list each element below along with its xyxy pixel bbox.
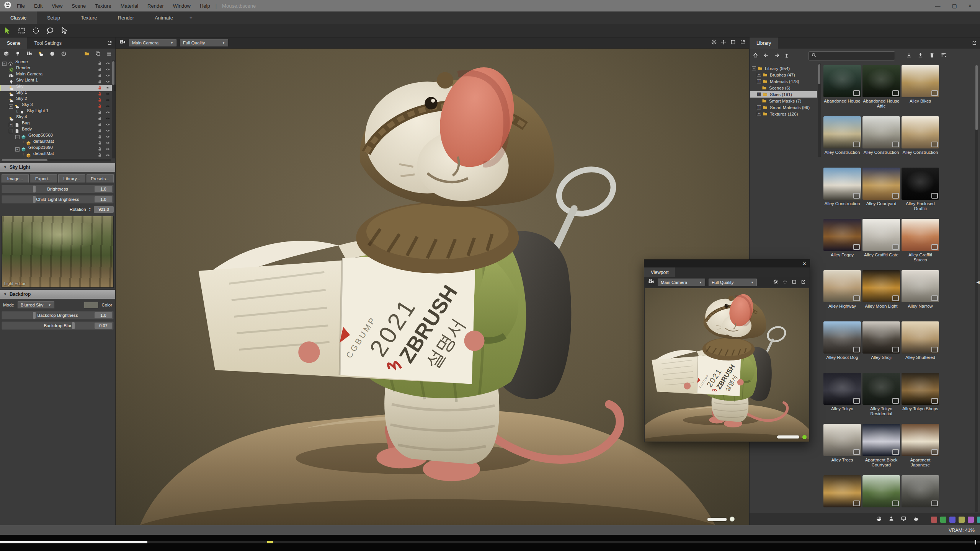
scene-tree-hscrollbar[interactable]	[1, 159, 111, 161]
add-palette-icon[interactable]	[61, 51, 67, 58]
menu-file[interactable]: File	[17, 3, 25, 9]
library-folder-scenes-6[interactable]: Scenes (6)	[750, 85, 817, 91]
scene-tree-scrollbar[interactable]	[112, 60, 115, 158]
thumbnail-checkbox[interactable]	[931, 347, 938, 352]
backdrop-header[interactable]: ▼ Backdrop	[0, 289, 115, 299]
monitor-icon[interactable]	[901, 516, 906, 523]
backdrop-brightness-slider[interactable]: Backdrop Brightness1.0	[2, 311, 114, 320]
thumbnail-checkbox[interactable]	[892, 500, 899, 506]
library-folder-skies-191[interactable]: +Skies (191)	[750, 91, 817, 98]
up-level-icon[interactable]	[785, 52, 791, 60]
lasso-icon[interactable]	[46, 26, 55, 35]
layout-tab-texture[interactable]: Texture	[70, 11, 108, 24]
library-item-alley-construction[interactable]: Alley Construction	[862, 116, 900, 160]
tag-color-swatch-1[interactable]	[940, 517, 946, 523]
visibility-icon[interactable]	[105, 91, 110, 97]
library-folder-brushes-47[interactable]: +Brushes (47)	[750, 72, 817, 78]
add-object-icon[interactable]	[3, 51, 9, 58]
polygon-select-icon[interactable]	[60, 26, 69, 35]
gear-icon[interactable]	[773, 279, 778, 286]
library-item-alley-tokyo-residential[interactable]: Alley Tokyo Residential	[862, 373, 900, 416]
floating-render-canvas[interactable]	[645, 288, 809, 442]
add-camera-icon[interactable]	[26, 51, 32, 58]
library-folder-smart-materials-99[interactable]: +Smart Materials (99)	[750, 104, 817, 111]
lock-icon[interactable]	[97, 67, 102, 73]
visibility-icon[interactable]	[105, 140, 110, 146]
thumbnail-checkbox[interactable]	[892, 244, 899, 250]
pan-icon[interactable]	[721, 39, 726, 46]
slider-handle[interactable]	[33, 186, 36, 192]
lock-icon[interactable]	[97, 153, 102, 158]
library-folder-materials-478[interactable]: +Materials (478)	[750, 78, 817, 85]
library-item-alley-tokyo-shops[interactable]: Alley Tokyo Shops	[902, 373, 939, 416]
library-item-abandoned-house-attic[interactable]: Abandoned House Attic	[862, 65, 900, 109]
library-grid-scrollbar[interactable]	[975, 65, 978, 512]
visibility-icon[interactable]	[105, 134, 110, 140]
library-item-alley-robot-dog[interactable]: Alley Robot Dog	[823, 321, 861, 365]
library-item-apartment-block-courtyard[interactable]: Apartment Block Courtyard	[862, 424, 900, 468]
visibility-icon[interactable]	[105, 104, 110, 109]
cloud-icon[interactable]	[913, 516, 919, 523]
lock-icon[interactable]	[97, 91, 102, 97]
tree-item-group50568[interactable]: −Group50568	[0, 134, 115, 140]
lock-icon[interactable]	[97, 73, 102, 79]
expander-icon[interactable]: +	[757, 105, 761, 109]
thumbnail-checkbox[interactable]	[853, 500, 860, 506]
library-item-alley-moon-light[interactable]: Alley Moon Light	[862, 270, 900, 314]
export-button[interactable]: Export...	[30, 174, 57, 183]
tab-viewport[interactable]: Viewport	[644, 267, 675, 277]
menu-window[interactable]: Window	[173, 3, 191, 9]
slider-handle[interactable]	[33, 196, 36, 203]
thumbnail-checkbox[interactable]	[892, 449, 899, 455]
tag-color-swatch-3[interactable]	[959, 517, 965, 523]
library-item-alley-courtyard[interactable]: Alley Courtyard	[862, 168, 900, 211]
quality-dropdown[interactable]: Full Quality ▼	[180, 39, 228, 47]
sort-icon[interactable]	[941, 52, 947, 60]
columns-icon[interactable]	[106, 51, 112, 58]
gear-icon[interactable]	[711, 39, 717, 46]
tree-item-bag[interactable]: +Bag	[0, 122, 115, 128]
tree-item-sky-4[interactable]: Sky 4	[0, 116, 115, 122]
library-button[interactable]: Library...	[58, 174, 85, 183]
menu-scene[interactable]: Scene	[72, 3, 86, 9]
library-item-alley-graffiti-gate[interactable]: Alley Graffiti Gate	[862, 219, 900, 262]
visibility-icon[interactable]	[105, 85, 110, 91]
lock-icon[interactable]	[97, 122, 102, 128]
collapse-panel-icon[interactable]: ◀	[977, 280, 980, 285]
library-item-alley-construction[interactable]: Alley Construction	[823, 168, 861, 211]
camera-dropdown[interactable]: Main Camera ▼	[658, 279, 705, 286]
visibility-icon[interactable]	[105, 147, 110, 152]
lock-icon[interactable]	[97, 104, 102, 109]
menu-texture[interactable]: Texture	[95, 3, 111, 9]
ball-logo-icon[interactable]	[876, 516, 882, 523]
tag-color-swatch-4[interactable]	[968, 517, 974, 523]
tab-scene[interactable]: Scene	[0, 37, 27, 49]
lock-icon[interactable]	[97, 61, 102, 67]
thumbnail-checkbox[interactable]	[853, 90, 860, 96]
library-popout-icon[interactable]	[969, 37, 980, 49]
select-arrow-icon[interactable]	[3, 26, 12, 35]
thumbnail-checkbox[interactable]	[853, 244, 860, 250]
library-item[interactable]	[902, 475, 939, 513]
thumbnail-checkbox[interactable]	[892, 347, 899, 352]
add-material-icon[interactable]	[49, 51, 55, 58]
library-folder-smart-masks-7[interactable]: Smart Masks (7)	[750, 98, 817, 104]
visibility-icon[interactable]	[105, 122, 110, 128]
library-item[interactable]	[862, 475, 900, 513]
sky-light-header[interactable]: ▼ Sky Light	[0, 162, 115, 172]
thumbnail-checkbox[interactable]	[892, 193, 899, 199]
close-icon[interactable]: ✕	[802, 261, 807, 266]
thumbnail-checkbox[interactable]	[853, 142, 860, 147]
thumbnail-checkbox[interactable]	[931, 295, 938, 301]
library-folder-textures-126[interactable]: +Textures (126)	[750, 111, 817, 117]
lock-icon[interactable]	[97, 128, 102, 134]
tab-library[interactable]: Library	[750, 37, 778, 49]
tree-item-defaultmat[interactable]: └defaultMat	[0, 152, 115, 158]
visibility-icon[interactable]	[105, 73, 110, 79]
tag-color-swatch-0[interactable]	[931, 517, 937, 523]
maximize-icon[interactable]: ▢	[952, 3, 957, 8]
expander-icon[interactable]: −	[2, 62, 7, 66]
rotation-stepper[interactable]: ▲▼	[89, 207, 91, 212]
thumbnail-checkbox[interactable]	[931, 90, 938, 96]
library-item-alley-graffiti-stucco[interactable]: Alley Graffiti Stucco	[902, 219, 939, 262]
